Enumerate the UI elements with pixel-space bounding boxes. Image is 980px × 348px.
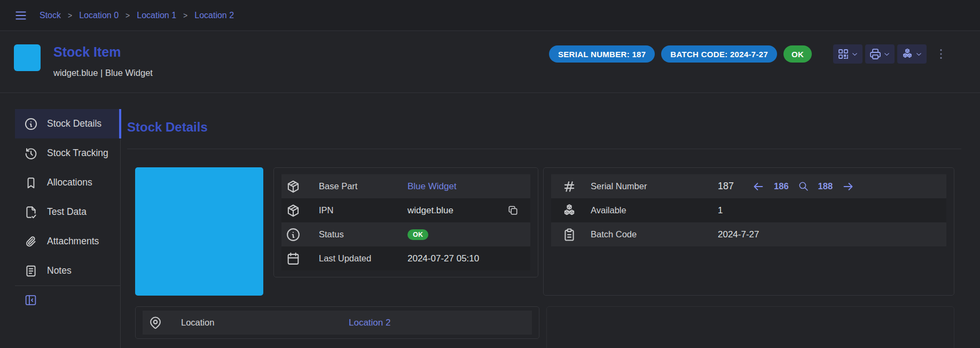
next-serial-link[interactable]: 188: [818, 181, 833, 191]
sidebar-item-label: Stock Tracking: [47, 148, 108, 159]
location-card: Location Location 2: [135, 306, 539, 339]
part-details-card: Base Part Blue Widget IPN widget.blue St…: [273, 167, 538, 277]
bookmark-icon: [24, 176, 38, 190]
more-options-button[interactable]: [934, 47, 948, 61]
action-button-group: [833, 44, 927, 64]
location-row: Location Location 2: [143, 311, 532, 335]
base-part-row: Base Part Blue Widget: [281, 174, 530, 198]
sidebar-item-stock-tracking[interactable]: Stock Tracking: [15, 138, 120, 168]
ipn-row: IPN widget.blue: [281, 198, 530, 222]
breadcrumb-separator: >: [126, 11, 130, 20]
ipn-value: widget.blue: [407, 205, 453, 216]
page-subtitle: widget.blue | Blue Widget: [53, 68, 153, 78]
hash-icon: [562, 179, 577, 194]
batch-code-value: 2024-7-27: [718, 229, 759, 240]
empty-panel: [546, 306, 954, 348]
breadcrumb-link-location-0[interactable]: Location 0: [79, 11, 119, 20]
menu-icon[interactable]: [14, 9, 28, 22]
copy-button[interactable]: [507, 205, 519, 216]
stack-icon: [562, 203, 577, 218]
previous-serial-link[interactable]: 186: [774, 181, 789, 191]
section-divider: [127, 149, 961, 149]
sidebar-item-notes[interactable]: Notes: [15, 256, 120, 285]
base-part-link[interactable]: Blue Widget: [407, 181, 457, 192]
stock-item-thumbnail[interactable]: [14, 44, 41, 71]
stock-details-card: Serial Number 187 186 188 Available 1 Ba…: [543, 167, 954, 296]
sidebar-item-test-data[interactable]: Test Data: [15, 197, 120, 227]
notes-icon: [24, 264, 38, 278]
sidebar-collapse-button[interactable]: [24, 293, 37, 307]
sidebar-item-label: Test Data: [47, 206, 87, 218]
stock-item-image[interactable]: [135, 167, 263, 296]
available-row: Available 1: [551, 198, 946, 222]
section-heading: Stock Details: [127, 120, 208, 135]
status-ok-badge: OK: [407, 229, 428, 240]
last-updated-row: Last Updated 2024-07-27 05:10: [281, 246, 530, 270]
test-report-icon: [24, 205, 38, 219]
breadcrumb-link-location-1[interactable]: Location 1: [137, 11, 176, 20]
last-updated-value: 2024-07-27 05:10: [407, 253, 479, 264]
clipboard-icon: [562, 227, 577, 242]
row-label: Serial Number: [591, 181, 647, 191]
stack-icon: [901, 48, 914, 60]
location-link[interactable]: Location 2: [349, 318, 390, 328]
top-navigation-bar: Stock > Location 0 > Location 1 > Locati…: [0, 0, 980, 31]
batch-code-badge: BATCH CODE: 2024-7-27: [661, 45, 777, 63]
dots-vertical-icon: [934, 47, 948, 61]
sidebar-item-label: Attachments: [47, 236, 99, 247]
status-row: Status OK: [281, 222, 530, 246]
breadcrumb: Stock > Location 0 > Location 1 > Locati…: [40, 11, 234, 20]
paperclip-icon: [24, 235, 38, 249]
arrow-right-icon[interactable]: [842, 180, 854, 193]
sidebar-item-label: Stock Details: [47, 118, 101, 129]
search-icon[interactable]: [798, 181, 809, 192]
calendar-icon: [286, 251, 301, 266]
map-pin-icon: [148, 315, 163, 330]
stock-actions-button[interactable]: [897, 44, 927, 64]
sidebar-divider: [15, 285, 120, 286]
printer-icon: [869, 48, 882, 60]
arrow-left-icon[interactable]: [752, 180, 765, 193]
sidebar-item-stock-details[interactable]: Stock Details: [15, 109, 120, 138]
breadcrumb-separator: >: [68, 11, 72, 20]
package-icon: [286, 203, 301, 218]
serial-number-badge: SERIAL NUMBER: 187: [549, 45, 655, 63]
breadcrumb-link-stock[interactable]: Stock: [40, 11, 61, 20]
sidebar-collapse-icon: [24, 293, 37, 307]
available-value: 1: [718, 205, 723, 216]
sidebar-item-label: Notes: [47, 265, 72, 276]
batch-code-row: Batch Code 2024-7-27: [551, 222, 946, 246]
row-label: Available: [591, 205, 626, 215]
chevron-down-icon: [883, 50, 891, 58]
copy-icon: [507, 205, 519, 216]
sidebar-item-attachments[interactable]: Attachments: [15, 227, 120, 256]
package-icon: [286, 179, 301, 194]
status-badge: OK: [783, 45, 812, 63]
history-icon: [24, 146, 38, 160]
sidebar: Stock Details Stock Tracking Allocations…: [15, 109, 121, 348]
row-label: Batch Code: [591, 229, 637, 239]
barcode-actions-button[interactable]: [833, 44, 863, 64]
page-header: Stock Item widget.blue | Blue Widget SER…: [0, 32, 980, 93]
chevron-down-icon: [915, 50, 923, 58]
sidebar-item-allocations[interactable]: Allocations: [15, 168, 120, 197]
qrcode-icon: [837, 48, 850, 60]
page-title: Stock Item: [53, 44, 121, 60]
chevron-down-icon: [851, 50, 859, 58]
sidebar-item-label: Allocations: [47, 177, 92, 188]
serial-number-row: Serial Number 187 186 188: [551, 174, 946, 198]
info-circle-icon: [24, 117, 38, 131]
row-label: Base Part: [319, 181, 357, 191]
breadcrumb-link-location-2[interactable]: Location 2: [194, 11, 234, 20]
breadcrumb-separator: >: [183, 11, 187, 20]
header-actions: SERIAL NUMBER: 187 BATCH CODE: 2024-7-27…: [549, 44, 948, 64]
row-label: Status: [319, 229, 344, 239]
info-circle-icon: [286, 227, 301, 242]
print-actions-button[interactable]: [865, 44, 895, 64]
row-label: IPN: [319, 205, 334, 215]
serial-number-value: 187: [718, 181, 734, 192]
row-label: Last Updated: [319, 253, 371, 264]
serial-navigation: 186 188: [752, 180, 854, 193]
row-label: Location: [181, 318, 214, 328]
